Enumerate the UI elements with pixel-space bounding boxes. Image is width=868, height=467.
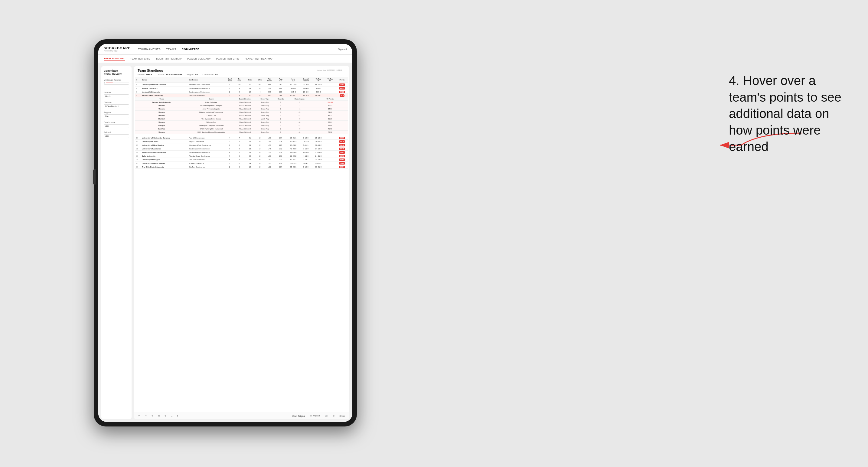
table-row[interactable]: 20 University of New Mexico Mountain Wes… bbox=[135, 143, 348, 147]
reset-button[interactable]: ↺ bbox=[150, 414, 155, 418]
table-row[interactable]: 24 University of Oregon Pac-12 Conferenc… bbox=[135, 158, 348, 161]
points-badge: 88.54 bbox=[339, 158, 345, 161]
tooltip-data-row: Florida I The Cypress Point Classic NCAA… bbox=[135, 117, 348, 121]
tooltip-data-row: Arizona State University Cabo Collegiate… bbox=[135, 101, 348, 104]
right-panel: Team Standings Update time: 13/03/2024 1… bbox=[134, 66, 349, 419]
slider-min: 0 bbox=[104, 82, 105, 84]
points-badge: 90.22 bbox=[339, 91, 345, 93]
conference-label: Conference bbox=[104, 121, 129, 123]
comment-button[interactable]: 💬 bbox=[324, 414, 329, 418]
subnav-player-h2h-heatmap[interactable]: PLAYER H2H HEATMAP bbox=[245, 57, 273, 61]
col-points: Points bbox=[336, 77, 348, 83]
watch-button[interactable]: 👁 Watch ▾ bbox=[309, 414, 322, 418]
col-adj-score: Adj.Score bbox=[264, 77, 274, 83]
subnav-player-summary[interactable]: PLAYER SUMMARY bbox=[187, 57, 211, 61]
subnav-team-h2h-heatmap[interactable]: TEAM H2H HEATMAP bbox=[156, 57, 182, 61]
grid-button[interactable]: ⊞ bbox=[332, 414, 336, 418]
points-badge: 83.89 bbox=[339, 162, 345, 164]
paste-button[interactable]: ⊕ bbox=[163, 414, 167, 418]
points-badge: 83.07 bbox=[339, 137, 345, 139]
filter-division-value: NCAA Division I bbox=[166, 73, 182, 75]
col-vs-top25: Vs Top25 bbox=[312, 77, 325, 83]
conference-select[interactable]: (All) bbox=[104, 124, 129, 128]
sidebar-school: School (All) bbox=[104, 131, 129, 138]
slider-track[interactable] bbox=[106, 83, 129, 83]
col-wins: Wins bbox=[255, 77, 265, 83]
table-header-row: # School Conference ConfRank NoTour Bnds… bbox=[135, 77, 348, 83]
nav-committee[interactable]: COMMITTEE bbox=[182, 47, 199, 52]
sign-out-button[interactable]: Sign out bbox=[335, 48, 347, 51]
panel-header: Team Standings Update time: 13/03/2024 1… bbox=[134, 66, 349, 77]
region-select[interactable]: N/A bbox=[104, 114, 129, 118]
table-row[interactable]: 1 University of North Carolina Atlantic … bbox=[135, 83, 348, 87]
sub-nav: TEAM SUMMARY TEAM H2H GRID TEAM H2H HEAT… bbox=[98, 55, 352, 63]
tooltip-data-row: Georgia Ben Hogan Collegiate Invitationa… bbox=[135, 124, 348, 127]
points-badge-highlighted: 78.5 bbox=[340, 94, 345, 97]
gender-select[interactable]: Men's bbox=[104, 94, 129, 98]
table-row[interactable]: 25 University of North Florida ASUN Conf… bbox=[135, 161, 348, 165]
points-badge: 88.71 bbox=[339, 155, 345, 157]
tooltip-data-row: Univers Amer An Intercollegiate NCAA Div… bbox=[135, 107, 348, 111]
min-rounds-slider: 0 bbox=[104, 82, 129, 84]
share-button[interactable]: Share bbox=[338, 414, 346, 418]
panel-title: Team Standings bbox=[137, 69, 163, 72]
col-rank: # bbox=[135, 77, 141, 83]
col-overall-record: OverallRecord bbox=[300, 77, 312, 83]
division-label: Division bbox=[104, 101, 129, 103]
points-badge: 97.03 bbox=[339, 84, 345, 86]
col-vs-top50: Vs Top50 bbox=[324, 77, 336, 83]
points-badge: 88.70 bbox=[339, 141, 345, 143]
points-badge: 93.31 bbox=[339, 87, 345, 90]
sidebar: Committee Portal Review Minimum Rounds 0… bbox=[101, 66, 131, 419]
min-rounds-input[interactable]: 5 bbox=[104, 84, 129, 88]
sidebar-conference: Conference (All) bbox=[104, 121, 129, 128]
info-button[interactable]: ℹ bbox=[176, 414, 179, 418]
nav-teams[interactable]: TEAMS bbox=[166, 47, 176, 52]
nav-links: TOURNAMENTS TEAMS COMMITTEE bbox=[138, 47, 335, 52]
filter-gender-label: Gender: bbox=[137, 73, 145, 75]
copy-button[interactable]: ⧉ bbox=[157, 414, 161, 418]
tablet-side-button bbox=[93, 169, 96, 185]
table-row[interactable]: 3 Vanderbilt University Southeastern Con… bbox=[135, 90, 348, 94]
tooltip-data-row: Univers Copper Cup NCAA Division I Match… bbox=[135, 114, 348, 117]
subnav-team-summary[interactable]: TEAM SUMMARY bbox=[104, 57, 125, 61]
undo-button[interactable]: ↩ bbox=[137, 414, 141, 418]
table-row-highlighted[interactable]: 4 Arizona State University Pac-12 Confer… bbox=[135, 94, 348, 97]
table-row[interactable]: 18 University of California, Berkeley Pa… bbox=[135, 136, 348, 140]
tablet-screen: SCOREBOARD Powered by clippi TOURNAMENTS… bbox=[98, 44, 352, 422]
col-no-tour: NoTour bbox=[235, 77, 244, 83]
region-label: Region bbox=[104, 111, 129, 114]
main-content: Committee Portal Review Minimum Rounds 0… bbox=[98, 63, 352, 422]
col-low-ovr: LowOvr bbox=[287, 77, 300, 83]
tooltip-data-row: Univers Southern Highlands Collegiate NC… bbox=[135, 104, 348, 107]
eye-icon: 👁 bbox=[310, 415, 312, 417]
points-badge: 88.48 bbox=[339, 148, 345, 150]
table-row[interactable]: 26 The Ohio State University Big Ten Con… bbox=[135, 165, 348, 169]
table-row[interactable]: 21 University of Alabama Southeastern Co… bbox=[135, 147, 348, 151]
division-select[interactable]: NCAA Division I bbox=[104, 104, 129, 108]
points-badge: 80.94 bbox=[339, 166, 345, 168]
sidebar-region: Region N/A bbox=[104, 111, 129, 118]
app-header: SCOREBOARD Powered by clippi TOURNAMENTS… bbox=[98, 44, 352, 55]
view-original-button[interactable]: View: Original bbox=[291, 414, 306, 418]
subnav-team-h2h-grid[interactable]: TEAM H2H GRID bbox=[130, 57, 151, 61]
school-select[interactable]: (All) bbox=[104, 134, 129, 138]
table-row[interactable]: 2 Auburn University Southeastern Confere… bbox=[135, 87, 348, 90]
nav-tournaments[interactable]: TOURNAMENTS bbox=[138, 47, 161, 52]
logo-text: SCOREBOARD bbox=[104, 46, 131, 50]
sidebar-min-rounds: Minimum Rounds 0 5 bbox=[104, 79, 129, 88]
subnav-player-h2h-grid[interactable]: PLAYER H2H GRID bbox=[216, 57, 239, 61]
sidebar-title: Committee Portal Review bbox=[104, 69, 129, 76]
table-row[interactable]: 22 Mississippi State University Southeas… bbox=[135, 151, 348, 154]
filter-region: Region: All bbox=[187, 73, 197, 75]
dash-button[interactable]: – bbox=[170, 414, 174, 418]
col-school: School bbox=[141, 77, 188, 83]
filter-division-label: Division: bbox=[157, 73, 165, 75]
table-row[interactable]: 23 Duke University Atlantic Coast Confer… bbox=[135, 154, 348, 158]
logo-area: SCOREBOARD Powered by clippi bbox=[104, 46, 131, 52]
redo-button[interactable]: ↪ bbox=[144, 414, 148, 418]
filter-division: Division: NCAA Division I bbox=[157, 73, 182, 75]
table-row[interactable]: 19 University of Texas Big 12 Conference… bbox=[135, 140, 348, 143]
panel-filters: Gender: Men's Division: NCAA Division I … bbox=[137, 73, 346, 75]
points-badge: 83.41 bbox=[339, 151, 345, 154]
